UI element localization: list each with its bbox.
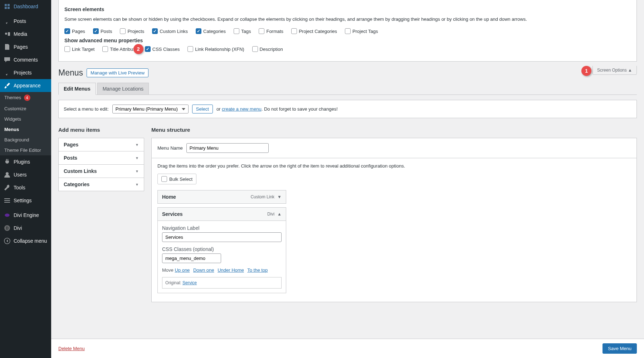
accordion-custom-links[interactable]: Custom Links▼ (59, 165, 144, 178)
sidebar-item-projects[interactable]: Projects (0, 66, 51, 79)
delete-menu-link[interactable]: Delete Menu (58, 346, 85, 351)
sub-item-themes[interactable]: Themes 4 (0, 92, 51, 103)
sidebar-item-label: Divi Engine (14, 212, 39, 218)
menu-item-title: Services (162, 211, 183, 217)
user-icon (4, 171, 11, 178)
menu-item-services-header[interactable]: Services Divi▲ (158, 208, 286, 221)
cb-description[interactable]: Description (252, 46, 283, 52)
page-header: Menus Manage with Live Preview 1 Screen … (58, 68, 637, 78)
sidebar-item-media[interactable]: Media (0, 28, 51, 40)
accordion-posts[interactable]: Posts▼ (59, 151, 144, 165)
sidebar-item-label: Projects (14, 70, 32, 76)
sidebar-item-appearance[interactable]: Appearance (0, 79, 51, 92)
sidebar-item-divi-engine[interactable]: Divi Engine (0, 209, 51, 222)
cb-custom-links[interactable]: Custom Links (152, 28, 188, 34)
cb-css-classes[interactable]: CSS Classes (145, 46, 180, 52)
sub-item-customize[interactable]: Customize (0, 103, 51, 114)
chevron-up-icon: ▲ (277, 212, 282, 217)
css-classes-field-label: CSS Classes (optional) (162, 246, 282, 252)
sliders-icon (4, 197, 11, 204)
live-preview-button[interactable]: Manage with Live Preview (87, 68, 148, 77)
cb-project-tags[interactable]: Project Tags (345, 28, 378, 34)
menu-structure-column: Menu structure Menu Name Drag the items … (151, 127, 637, 302)
checkbox-icon (187, 46, 193, 52)
menu-select[interactable]: Primary Menu (Primary Menu) (112, 105, 189, 113)
cb-posts[interactable]: Posts (93, 28, 112, 34)
svg-point-1 (6, 172, 9, 175)
checkbox-icon (291, 28, 297, 34)
checkbox-icon (64, 28, 70, 34)
menu-select-bar: Select a menu to edit: Primary Menu (Pri… (58, 100, 637, 118)
checkbox-icon (102, 46, 108, 52)
brush-icon (4, 82, 11, 89)
sidebar-item-divi[interactable]: D Divi (0, 222, 51, 234)
sidebar-item-label: Comments (14, 57, 38, 63)
cb-projects[interactable]: Projects (120, 28, 144, 34)
dashboard-icon (4, 3, 11, 10)
original-box: Original: Service (162, 277, 282, 289)
pin-icon (4, 18, 11, 25)
sidebar-item-users[interactable]: Users (0, 168, 51, 181)
screen-options-panel: Screen elements Some screen elements can… (58, 0, 637, 62)
plug-icon (4, 158, 11, 165)
sidebar-item-comments[interactable]: Comments (0, 53, 51, 66)
sidebar-item-collapse[interactable]: Collapse menu (0, 234, 51, 247)
cb-link-target[interactable]: Link Target (64, 46, 94, 52)
cb-project-categories[interactable]: Project Categories (291, 28, 337, 34)
sub-item-widgets[interactable]: Widgets (0, 114, 51, 124)
bulk-select[interactable]: Bulk Select (157, 174, 196, 184)
menu-item-home[interactable]: Home Custom Link▼ (157, 190, 286, 204)
menu-structure-box: Menu Name Drag the items into the order … (151, 138, 637, 302)
sidebar-item-settings[interactable]: Settings (0, 194, 51, 207)
svg-text:D: D (6, 226, 8, 230)
create-new-menu-link[interactable]: create a new menu (222, 106, 262, 112)
save-menu-button[interactable]: Save Menu (602, 343, 637, 354)
accordion-categories[interactable]: Categories▼ (59, 178, 144, 191)
sidebar-item-tools[interactable]: Tools (0, 181, 51, 194)
original-link[interactable]: Service (182, 280, 197, 285)
css-classes-input[interactable] (162, 253, 221, 263)
menu-name-label: Menu Name (157, 145, 183, 151)
footer-bar: Delete Menu Save Menu (51, 339, 644, 358)
cb-pages[interactable]: Pages (64, 28, 85, 34)
sidebar-item-label: Media (14, 31, 27, 37)
checkbox-icon (196, 28, 201, 34)
accordion-pages[interactable]: Pages▼ (59, 138, 144, 151)
cb-tags[interactable]: Tags (234, 28, 251, 34)
advanced-props-row: Link Target Title Attribute 2 CSS Classe… (64, 46, 631, 52)
tab-edit-menus[interactable]: Edit Menus (58, 83, 96, 95)
cb-link-relationship[interactable]: Link Relationship (XFN) (187, 46, 244, 52)
divi-icon: D (4, 224, 11, 232)
cb-formats[interactable]: Formats (259, 28, 283, 34)
add-items-accordion: Pages▼ Posts▼ Custom Links▼ Categories▼ (58, 138, 144, 191)
screen-options-toggle[interactable]: 1 Screen Options ▲ (592, 66, 637, 75)
checkbox-icon (64, 46, 70, 52)
move-up-link[interactable]: Up one (175, 267, 190, 273)
menu-tabs: Edit Menus Manage Locations (58, 83, 637, 95)
sidebar-item-posts[interactable]: Posts (0, 15, 51, 28)
move-down-link[interactable]: Down one (193, 267, 214, 273)
checkbox-icon (161, 176, 167, 182)
sidebar-item-plugins[interactable]: Plugins (0, 155, 51, 168)
cb-categories[interactable]: Categories (196, 28, 226, 34)
chevron-down-icon: ▼ (135, 156, 139, 160)
sub-item-menus[interactable]: Menus (0, 124, 51, 135)
appearance-submenu: Themes 4 Customize Widgets Menus Backgro… (0, 92, 51, 155)
cb-title-attribute[interactable]: Title Attribute 2 (102, 46, 137, 52)
select-button[interactable]: Select (192, 105, 213, 113)
checkbox-icon (234, 28, 239, 34)
move-under-link[interactable]: Under Home (218, 267, 244, 273)
sub-item-background[interactable]: Background (0, 135, 51, 145)
sidebar-item-dashboard[interactable]: Dashboard (0, 0, 51, 13)
sidebar-item-label: Divi (14, 225, 22, 231)
sidebar-item-pages[interactable]: Pages (0, 40, 51, 53)
tab-manage-locations[interactable]: Manage Locations (97, 83, 149, 95)
update-badge: 4 (24, 95, 30, 101)
move-top-link[interactable]: To the top (247, 267, 268, 273)
sub-item-theme-file-editor[interactable]: Theme File Editor (0, 145, 51, 155)
checkbox-icon (145, 46, 151, 52)
menu-name-input[interactable] (186, 143, 269, 153)
add-items-heading: Add menu items (58, 127, 144, 133)
nav-label-input[interactable] (162, 232, 282, 242)
media-icon (4, 30, 11, 38)
